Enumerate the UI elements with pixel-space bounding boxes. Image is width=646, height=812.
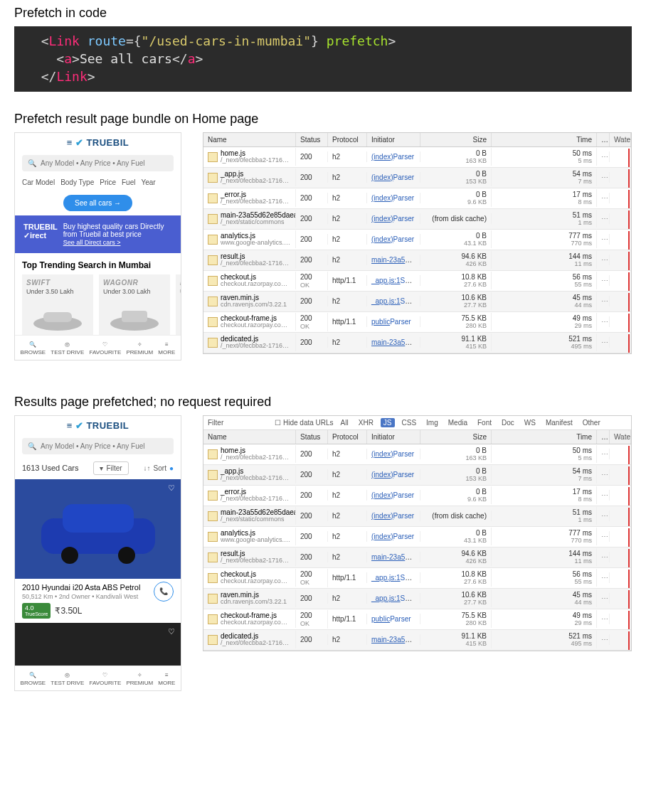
trending-card[interactable]: SWIFT Under 3.50 Lakh [22,274,93,335]
hide-urls-checkbox[interactable]: ☐ Hide data URLs [275,419,333,427]
initiator-cell[interactable]: main-23a55…Script [367,337,420,348]
filter-chip-font[interactable]: Font [475,418,494,427]
col-name[interactable]: Name [203,133,296,146]
filter-chip-other[interactable]: Other [580,418,603,427]
initiator-cell[interactable]: publicParser [367,316,420,327]
network-row[interactable]: checkout-frame.jscheckout.razorpay.com/v… [203,312,631,333]
filter-chip-media[interactable]: Media [445,418,470,427]
tab-browse[interactable]: 🔍BROWSE [21,341,46,356]
row-menu[interactable]: ⋯ [597,213,610,224]
row-menu[interactable]: ⋯ [597,490,610,501]
initiator-cell[interactable]: _app.js:1Script [367,275,420,286]
row-menu[interactable]: ⋯ [597,193,610,203]
network-row[interactable]: home.js/_next/0fecbba2-1716-4…200h2(inde… [203,147,631,168]
tab-more[interactable]: ≡MORE [158,672,175,686]
row-menu[interactable]: ⋯ [597,634,610,645]
sort-button[interactable]: ↓↑Sort● [144,464,174,472]
row-menu[interactable]: ⋯ [597,296,610,306]
network-row[interactable]: _app.js/_next/0fecbba2-1716-4…200h2(inde… [203,465,631,486]
promo-banner[interactable]: TRUEBIL ✓irect Buy highest quality cars … [15,215,181,253]
tab-favourite[interactable]: ♡FAVOURITE [89,341,121,356]
filter-chip-img[interactable]: Img [423,418,441,427]
initiator-cell[interactable]: (index)Parser [367,234,420,245]
see-all-cars-button[interactable]: See all cars → [63,195,132,211]
row-menu[interactable]: ⋯ [597,552,610,562]
pill-price[interactable]: Price [100,178,116,186]
network-row[interactable]: raven.min.jscdn.ravenjs.com/3.22.1200h2_… [203,292,631,312]
row-menu[interactable]: ⋯ [597,172,610,183]
network-row[interactable]: _error.js/_next/0fecbba2-1716-4…200h2(in… [203,486,631,506]
filter-chip-js[interactable]: JS [381,418,395,427]
heart-icon[interactable]: ♡ [168,627,175,636]
filter-chip-doc[interactable]: Doc [499,418,517,427]
filter-chip-css[interactable]: CSS [399,418,420,427]
initiator-cell[interactable]: (index)Parser [367,151,420,162]
trending-card[interactable]: B Unde [176,274,181,335]
initiator-cell[interactable]: main-23a55…Script [367,634,420,645]
row-menu[interactable]: ⋯ [597,255,610,265]
network-row[interactable]: _app.js/_next/0fecbba2-1716-4…200h2(inde… [203,168,631,188]
network-row[interactable]: result.js/_next/0fecbba2-1716-4…200h2mai… [203,547,631,568]
initiator-cell[interactable]: _app.js:1Script [367,572,420,583]
trending-card[interactable]: WAGONR Under 3.00 Lakh [99,274,170,335]
initiator-cell[interactable]: (index)Parser [367,469,420,480]
col-time[interactable]: Time [492,133,597,146]
initiator-cell[interactable]: (index)Parser [367,511,420,521]
row-menu[interactable]: ⋯ [597,316,610,327]
filter-button[interactable]: ▾Filter [93,461,128,475]
search-input[interactable]: 🔍 Any Model • Any Price • Any Fuel [22,438,174,454]
network-row[interactable]: checkout-frame.jscheckout.razorpay.com/v… [203,609,631,630]
initiator-cell[interactable]: (index)Parser [367,490,420,501]
tab-premium[interactable]: ✧PREMIUM [126,341,153,356]
tab-favourite[interactable]: ♡FAVOURITE [89,672,121,686]
search-input[interactable]: 🔍 Any Model • Any Price • Any Fuel [22,155,174,171]
pill-body-type[interactable]: Body Type [60,178,94,186]
initiator-cell[interactable]: _app.js:1Script [367,296,420,306]
initiator-cell[interactable]: publicParser [367,614,420,624]
initiator-cell[interactable]: (index)Parser [367,172,420,183]
network-row[interactable]: main-23a55d62e85daea…/_next/static/commo… [203,209,631,230]
network-row[interactable]: result.js/_next/0fecbba2-1716-4…200h2mai… [203,250,631,271]
row-menu[interactable]: ⋯ [597,151,610,162]
row-menu[interactable]: ⋯ [597,593,610,604]
network-row[interactable]: analytics.jswww.google-analytics.c…200h2… [203,527,631,547]
row-menu[interactable]: ⋯ [597,614,610,624]
col-status[interactable]: Status [296,430,328,444]
network-row[interactable]: dedicated.js/_next/0fecbba2-1716-4…200h2… [203,333,631,353]
col-size[interactable]: Size [420,430,492,444]
initiator-cell[interactable]: (index)Parser [367,193,420,203]
filter-chip-xhr[interactable]: XHR [356,418,376,427]
listing-photo[interactable]: ♡ [15,479,181,579]
initiator-cell[interactable]: _app.js:1Script [367,593,420,604]
filter-chip-manifest[interactable]: Manifest [543,418,576,427]
col-initiator[interactable]: Initiator [367,430,420,444]
row-menu[interactable]: ⋯ [597,572,610,583]
col-waterfall[interactable]: Wate [610,133,631,146]
col-protocol[interactable]: Protocol [328,133,367,146]
col-name[interactable]: Name [203,430,296,444]
row-menu[interactable]: ⋯ [597,449,610,459]
initiator-cell[interactable]: main-23a55…Script [367,552,420,562]
pill-year[interactable]: Year [141,178,155,186]
network-row[interactable]: dedicated.js/_next/0fecbba2-1716-4…200h2… [203,630,631,651]
tab-test-drive[interactable]: ◎TEST DRIVE [51,341,84,356]
initiator-cell[interactable]: (index)Parser [367,449,420,459]
call-button[interactable]: 📞 [154,582,174,602]
pill-fuel[interactable]: Fuel [122,178,135,186]
pill-car-model[interactable]: Car Model [22,178,55,186]
row-menu[interactable]: ⋯ [597,275,610,286]
promo-link[interactable]: See all Direct cars > [63,239,121,246]
network-row[interactable]: home.js/_next/0fecbba2-1716-4…200h2(inde… [203,444,631,465]
network-row[interactable]: raven.min.jscdn.ravenjs.com/3.22.1200h2_… [203,589,631,609]
initiator-cell[interactable]: main-23a55…Script [367,255,420,265]
col-time[interactable]: Time [492,430,597,444]
row-menu[interactable]: ⋯ [597,511,610,521]
col-size[interactable]: Size [420,133,492,146]
row-menu[interactable]: ⋯ [597,337,610,348]
col-initiator[interactable]: Initiator [367,133,420,146]
heart-icon[interactable]: ♡ [168,484,175,493]
network-row[interactable]: checkout.jscheckout.razorpay.com/v1200OK… [203,568,631,589]
tab-premium[interactable]: ✧PREMIUM [126,672,153,686]
filter-chip-ws[interactable]: WS [521,418,539,427]
col-waterfall[interactable]: Wate [610,430,631,444]
